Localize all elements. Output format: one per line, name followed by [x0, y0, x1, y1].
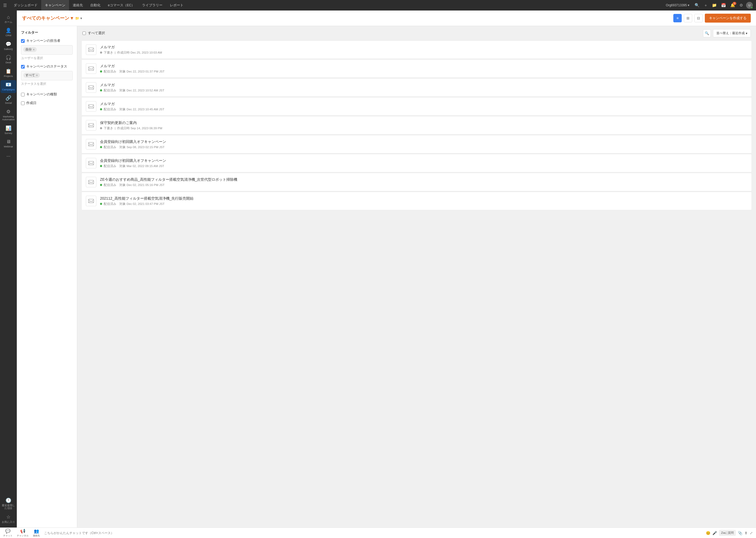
svg-line-26 — [92, 201, 94, 203]
projects-icon: 📋 — [6, 69, 11, 74]
org-selector[interactable]: Org693713395 ▾ — [664, 3, 691, 7]
split-view-button[interactable]: ⊟ — [694, 14, 703, 22]
chat-button[interactable]: 💬 チャット — [3, 528, 13, 537]
salesiq-icon: 💬 — [6, 42, 11, 46]
filter-status-select[interactable]: ステータスを選択 — [21, 82, 73, 86]
svg-rect-9 — [88, 105, 94, 108]
sidebar-label-recent: 最近使用した項目 — [2, 504, 15, 510]
chat-input[interactable] — [44, 531, 702, 535]
nav-reports[interactable]: レポート — [166, 0, 187, 11]
svg-rect-24 — [88, 199, 94, 203]
campaign-search-button[interactable]: 🔍 — [703, 29, 711, 37]
campaign-item[interactable]: 会員登録向け初回購入オフキャンペーン 配信済み 対象 Sep 08, 2023 … — [81, 135, 752, 153]
top-navigation: ☰ ダッシュボード キャンペーン 連絡先 自動化 eコマース（EC） ライブラリ… — [0, 0, 756, 11]
status-dot — [100, 89, 102, 91]
campaign-name: 会員登録向け初回購入オフキャンペーン — [100, 139, 747, 144]
meta-date: 対象 Sep 08, 2023 02:15 PM JST — [119, 145, 165, 149]
filter-type-checkbox[interactable] — [21, 93, 25, 96]
emoji-icon[interactable]: 😊 — [706, 531, 710, 535]
campaign-item[interactable]: ZE今週のおすすめ商品_高性能フィルター搭載空気清浄機_次世代型ロボット掃除機 … — [81, 173, 752, 191]
nav-campaigns[interactable]: キャンペーン — [41, 0, 69, 11]
campaign-item[interactable]: メルマガ 下書き | 作成日時 Dec 25, 2023 10:03 AM — [81, 40, 752, 59]
filter-status-header: キャンペーンのステータス — [21, 64, 73, 69]
folder-selector[interactable]: 📁 ▾ — [75, 16, 82, 20]
nav-ecommerce[interactable]: eコマース（EC） — [104, 0, 138, 11]
search-icon[interactable]: 🔍 — [693, 2, 701, 9]
svg-line-25 — [88, 201, 90, 203]
svg-line-10 — [88, 107, 90, 108]
attach-icon[interactable]: 📎 — [738, 531, 742, 535]
calendar-icon[interactable]: 📅 — [720, 2, 727, 9]
sidebar-label-projects: Projects — [4, 75, 13, 78]
sidebar-item-recent[interactable]: 🕐 最近使用した項目 — [1, 496, 16, 512]
add-icon[interactable]: ＋ — [703, 2, 709, 9]
filter-owner-checkbox[interactable] — [21, 39, 25, 43]
sidebar-item-projects[interactable]: 📋 Projects — [1, 67, 16, 80]
svg-line-20 — [92, 163, 94, 165]
contacts-button[interactable]: 👥 連絡先 — [33, 528, 40, 537]
campaign-item[interactable]: メルマガ 配信済み 対象 Dec 22, 2023 10:52 AM JST — [81, 78, 752, 97]
hamburger-menu[interactable]: ☰ — [3, 3, 7, 8]
nav-library[interactable]: ライブラリー — [138, 0, 166, 11]
split-view-icon: ⊟ — [697, 16, 700, 20]
select-all-checkbox[interactable] — [82, 31, 86, 35]
nav-dashboard[interactable]: ダッシュボード — [10, 0, 41, 11]
campaign-info: 会員登録向け初回購入オフキャンペーン 配信済み 対象 Sep 08, 2023 … — [100, 139, 747, 149]
settings-icon[interactable]: ⚙ — [738, 2, 744, 9]
campaign-icon — [86, 196, 96, 206]
filter-row-created[interactable]: 作成日 — [21, 99, 73, 107]
notification-icon[interactable]: 🔔 5 — [729, 2, 736, 9]
campaign-item[interactable]: 保守契約更新のご案内 下書き | 作成日時 Sep 14, 2023 06:39… — [81, 116, 752, 134]
left-sidebar: ⌂ ホーム 👤 CRM 💬 SalesIQ 🎧 Desk 📋 Projects … — [0, 11, 17, 527]
expand-icon[interactable]: ⤢ — [750, 531, 753, 535]
upload-icon[interactable]: ⬆ — [744, 531, 748, 535]
sidebar-item-webinar[interactable]: 🖥 Webinar — [1, 137, 16, 150]
sidebar-item-favorites[interactable]: ☆ お気に入り — [1, 512, 16, 525]
sidebar-item-marketing-automation[interactable]: ⚙ Marketing Automation — [1, 107, 16, 123]
sidebar-label-campaigns: Campaigns — [2, 88, 15, 91]
campaign-meta: 配信済み 対象 Dec 02, 2021 03:47 PM JST — [100, 202, 747, 206]
filter-panel: フィルター キャンペーンの担当者 自分 × ユーザーを選択 — [17, 26, 77, 527]
list-view-button[interactable]: ≡ — [673, 14, 682, 22]
sidebar-item-survey[interactable]: 📊 Survey — [1, 124, 16, 136]
campaign-item[interactable]: 202112_高性能フィルター搭載空気清浄機_先行販売開始 配信済み 対象 De… — [81, 192, 752, 210]
status-label: 配信済み — [104, 183, 116, 187]
page-title[interactable]: すべてのキャンペーン ▾ — [22, 15, 73, 21]
channel-button[interactable]: 📢 チャンネル — [17, 528, 28, 537]
nav-contacts[interactable]: 連絡先 — [69, 0, 87, 11]
campaign-item[interactable]: メルマガ 配信済み 対象 Dec 22, 2023 10:45 AM JST — [81, 97, 752, 116]
campaign-meta: 配信済み 対象 Mar 02, 2022 09:15 AM JST — [100, 164, 747, 168]
filter-owner-select[interactable]: ユーザーを選択 — [21, 56, 73, 60]
zia-button[interactable]: Ziaに質問 — [719, 530, 736, 536]
grid-view-button[interactable]: ⊞ — [684, 14, 692, 22]
filter-owner-tag-remove[interactable]: × — [33, 48, 35, 51]
sidebar-item-more[interactable]: ... — [1, 150, 16, 159]
sidebar-item-crm[interactable]: 👤 CRM — [1, 26, 16, 39]
create-campaign-button[interactable]: キャンペーンを作成する — [705, 14, 751, 23]
campaign-name: メルマガ — [100, 102, 747, 106]
filter-owner-title: キャンペーンの担当者 — [26, 39, 60, 43]
user-avatar[interactable]: U — [746, 2, 753, 9]
filter-section-owner: キャンペーンの担当者 自分 × ユーザーを選択 — [21, 39, 73, 60]
filter-created-checkbox[interactable] — [21, 101, 25, 105]
filter-row-type[interactable]: キャンペーンの種類 — [21, 90, 73, 99]
webinar-icon: 🖥 — [6, 139, 11, 144]
sidebar-item-campaigns[interactable]: 📧 Campaigns — [1, 80, 16, 93]
filter-status-checkbox[interactable] — [21, 65, 25, 69]
home-icon: ⌂ — [7, 15, 10, 20]
sidebar-item-salesiq[interactable]: 💬 SalesIQ — [1, 40, 16, 53]
filter-status-tag-remove[interactable]: × — [36, 74, 38, 77]
folder-icon[interactable]: 📁 — [711, 2, 718, 9]
nav-automation[interactable]: 自動化 — [87, 0, 104, 11]
campaign-info: 保守契約更新のご案内 下書き | 作成日時 Sep 14, 2023 06:39… — [100, 121, 747, 130]
campaign-item[interactable]: メルマガ 配信済み 対象 Dec 22, 2023 01:37 PM JST — [81, 59, 752, 78]
meta-date: 対象 Dec 22, 2023 10:52 AM JST — [119, 88, 164, 92]
sidebar-label-survey: Survey — [4, 132, 12, 134]
sidebar-item-home[interactable]: ⌂ ホーム — [1, 13, 16, 26]
sidebar-item-desk[interactable]: 🎧 Desk — [1, 53, 16, 66]
more-icon: ... — [6, 153, 10, 157]
sort-button[interactable]: 並べ替え：最近作成 ▾ — [713, 29, 751, 37]
mic-icon[interactable]: 🎤 — [712, 531, 717, 535]
campaign-item[interactable]: 会員登録向け初回購入オフキャンペーン 配信済み 対象 Mar 02, 2022 … — [81, 154, 752, 172]
sidebar-item-social[interactable]: 🔗 Social — [1, 93, 16, 106]
